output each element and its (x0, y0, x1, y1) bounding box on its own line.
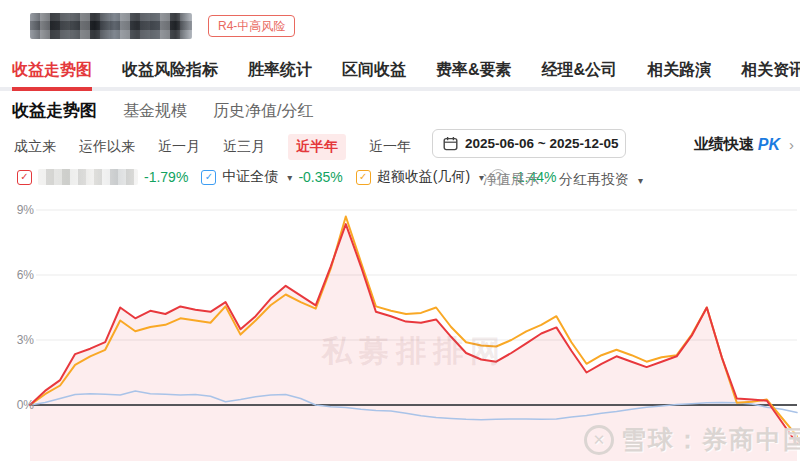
chart-sub-tabs: 收益走势图基金规模历史净值/分红 (12, 99, 313, 122)
nav-tab-7[interactable]: 相关资讯 (741, 55, 800, 87)
nav-tab-1[interactable]: 收益风险指标 (122, 55, 218, 87)
svg-text:3%: 3% (17, 333, 35, 347)
legend-name: 超额收益(几何) (377, 168, 470, 186)
range-option-3[interactable]: 近三月 (223, 138, 265, 156)
performance-pk-link[interactable]: 业绩快速 PK › (694, 135, 794, 154)
checkbox-checked-icon[interactable]: ✓ (17, 170, 32, 185)
calendar-icon (443, 136, 458, 151)
pk-prefix-label: 业绩快速 (694, 135, 754, 154)
sub-tab-1[interactable]: 基金规模 (123, 101, 187, 122)
nav-tab-5[interactable]: 经理&公司 (542, 55, 618, 87)
nav-tab-4[interactable]: 费率&要素 (436, 55, 512, 87)
nav-display-value: 分红再投资 (559, 171, 629, 189)
nav-tab-0[interactable]: 收益走势图 (12, 55, 92, 87)
nav-display-selector[interactable]: 净值展示： 分红再投资 ▾ (483, 171, 643, 189)
checkbox-checked-icon[interactable]: ✓ (201, 170, 216, 185)
legend-value: -1.79% (144, 169, 188, 185)
chevron-right-icon: › (789, 136, 794, 153)
chevron-down-icon: ▾ (287, 172, 292, 183)
range-option-5[interactable]: 近一年 (369, 138, 411, 156)
page-header: R4-中高风险 (30, 13, 295, 39)
legend-name: 中证全债 (222, 168, 278, 186)
range-option-2[interactable]: 近一月 (158, 138, 200, 156)
main-nav-tabs: 收益走势图收益风险指标胜率统计区间收益费率&要素经理&公司相关路演相关资讯 (0, 55, 800, 91)
date-range-value: 2025-06-06 ~ 2025-12-05 (465, 136, 619, 151)
nav-tab-3[interactable]: 区间收益 (342, 55, 406, 87)
nav-display-label: 净值展示： (483, 171, 553, 189)
range-option-1[interactable]: 运作以来 (79, 138, 135, 156)
chart-legend: ✓-1.79%✓中证全债▾-0.35%✓超额收益(几何)▾?-1.44% (17, 168, 556, 186)
range-option-4[interactable]: 近半年 (288, 134, 346, 160)
range-option-0[interactable]: 成立来 (14, 138, 56, 156)
svg-text:6%: 6% (17, 268, 35, 282)
checkbox-checked-icon[interactable]: ✓ (356, 170, 371, 185)
svg-text:9%: 9% (17, 203, 35, 217)
sub-tab-2[interactable]: 历史净值/分红 (213, 101, 313, 122)
date-range-picker[interactable]: 2025-06-06 ~ 2025-12-05 (432, 129, 626, 158)
fund-detail-page: R4-中高风险 收益走势图收益风险指标胜率统计区间收益费率&要素经理&公司相关路… (0, 0, 800, 461)
legend-name-redacted (38, 169, 138, 185)
pk-label: PK (758, 136, 780, 154)
fund-name-redacted (30, 13, 192, 39)
risk-level-badge: R4-中高风险 (208, 15, 295, 37)
nav-tab-6[interactable]: 相关路演 (647, 55, 711, 87)
svg-text:0%: 0% (17, 398, 35, 412)
nav-tab-2[interactable]: 胜率统计 (248, 55, 312, 87)
legend-item-1[interactable]: ✓中证全债▾-0.35% (201, 168, 342, 186)
sub-tab-0[interactable]: 收益走势图 (12, 99, 97, 122)
returns-chart[interactable]: 9%6%3%0% (0, 195, 800, 461)
legend-item-0[interactable]: ✓-1.79% (17, 169, 188, 185)
chevron-down-icon: ▾ (638, 175, 643, 186)
legend-value: -0.35% (298, 169, 342, 185)
